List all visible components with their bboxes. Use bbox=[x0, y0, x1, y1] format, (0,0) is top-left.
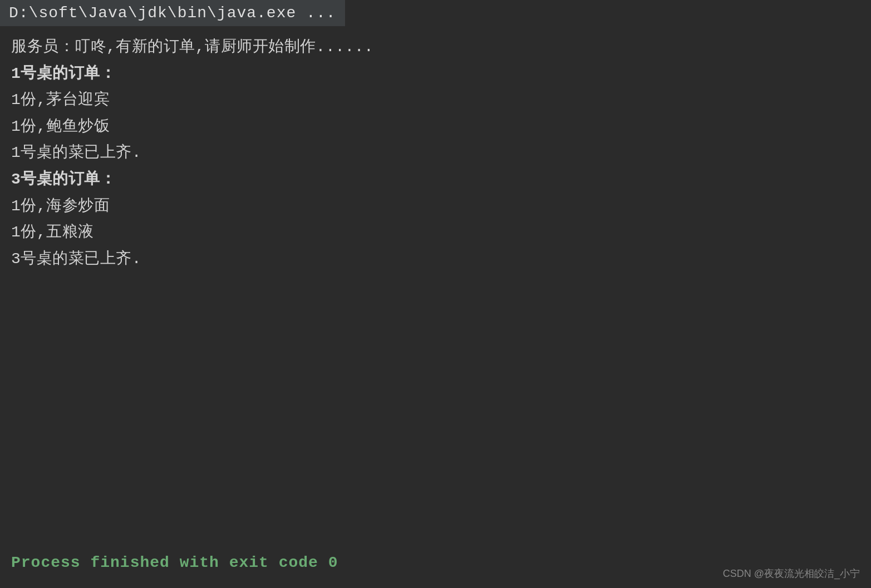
console-line-3: 1份,茅台迎宾 bbox=[11, 87, 860, 113]
console-line-4: 1份,鲍鱼炒饭 bbox=[11, 113, 860, 140]
console-line-9: 3号桌的菜已上齐. bbox=[11, 246, 860, 273]
console-line-8: 1份,五粮液 bbox=[11, 219, 860, 246]
console-line-5: 1号桌的菜已上齐. bbox=[11, 140, 860, 166]
console-line-2: 1号桌的订单： bbox=[11, 61, 860, 87]
console-line-7: 1份,海参炒面 bbox=[11, 193, 860, 220]
title-bar-text: D:\soft\Java\jdk\bin\java.exe ... bbox=[9, 4, 336, 22]
title-bar: D:\soft\Java\jdk\bin\java.exe ... bbox=[0, 0, 345, 26]
console-line-6: 3号桌的订单： bbox=[11, 166, 860, 193]
console-line-1: 服务员：叮咚,有新的订单,请厨师开始制作...... bbox=[11, 34, 860, 61]
process-finished-line: Process finished with exit code 0 bbox=[11, 554, 338, 571]
console-output: 服务员：叮咚,有新的订单,请厨师开始制作...... 1号桌的订单： 1份,茅台… bbox=[0, 28, 871, 278]
watermark: CSDN @夜夜流光相皎洁_小宁 bbox=[723, 567, 860, 580]
